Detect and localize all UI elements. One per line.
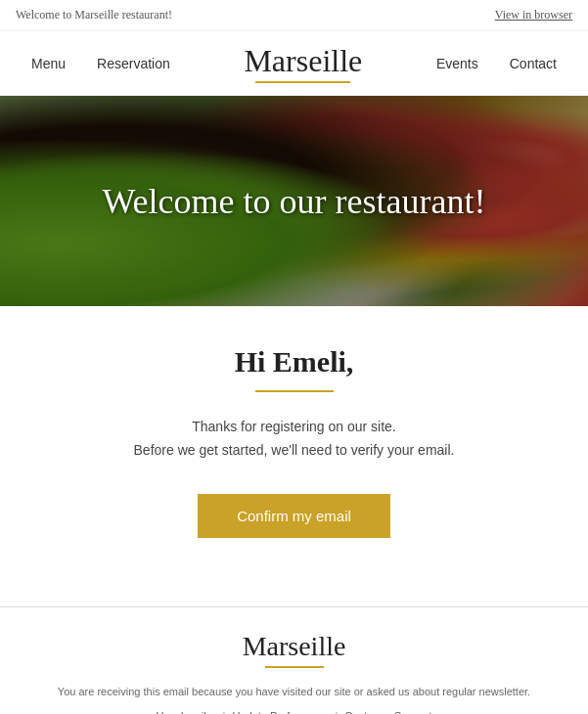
nav-right-links: Events Contact <box>436 56 557 71</box>
customer-support-link[interactable]: Customer Support <box>344 710 431 714</box>
nav-menu-link[interactable]: Menu <box>31 56 66 71</box>
nav-left-links: Menu Reservation <box>31 56 170 71</box>
nav-events-link[interactable]: Events <box>436 56 478 71</box>
footer-links: Unsubscribe | Update Preferences | Custo… <box>39 710 549 714</box>
unsubscribe-link[interactable]: Unsubscribe <box>156 710 215 714</box>
footer-logo: Marseille <box>39 631 549 662</box>
confirm-email-button[interactable]: Confirm my email <box>198 494 390 538</box>
hero-section: Welcome to our restaurant! <box>0 96 588 306</box>
nav-logo: Marseille <box>244 43 362 83</box>
message-line2: Before we get started, we'll need to ver… <box>134 442 455 458</box>
update-preferences-link[interactable]: Update Preferences <box>233 710 329 714</box>
nav-reservation-link[interactable]: Reservation <box>97 56 170 71</box>
main-content: Hi Emeli, Thanks for registering on our … <box>0 306 588 587</box>
separator-1: | <box>223 710 229 714</box>
nav-contact-link[interactable]: Contact <box>510 56 557 71</box>
top-bar: Welcome to Marseille restaurant! View in… <box>0 0 588 31</box>
welcome-text: Welcome to Marseille restaurant! <box>16 8 172 22</box>
footer-logo-underline <box>265 666 324 668</box>
greeting-underline <box>255 390 334 392</box>
footer-body-text: You are receiving this email because you… <box>39 684 549 701</box>
separator-2: | <box>335 710 340 714</box>
greeting-text: Hi Emeli, <box>59 345 529 379</box>
navigation: Menu Reservation Marseille Events Contac… <box>0 31 588 96</box>
message-body: Thanks for registering on our site. Befo… <box>59 416 529 463</box>
email-wrapper: Welcome to Marseille restaurant! View in… <box>0 0 588 714</box>
view-in-browser-anchor[interactable]: View in browser <box>495 8 572 22</box>
message-line1: Thanks for registering on our site. <box>192 419 396 434</box>
footer: Marseille You are receiving this email b… <box>0 607 588 714</box>
view-in-browser-link[interactable]: View in browser <box>495 8 572 22</box>
hero-heading: Welcome to our restaurant! <box>103 181 486 222</box>
